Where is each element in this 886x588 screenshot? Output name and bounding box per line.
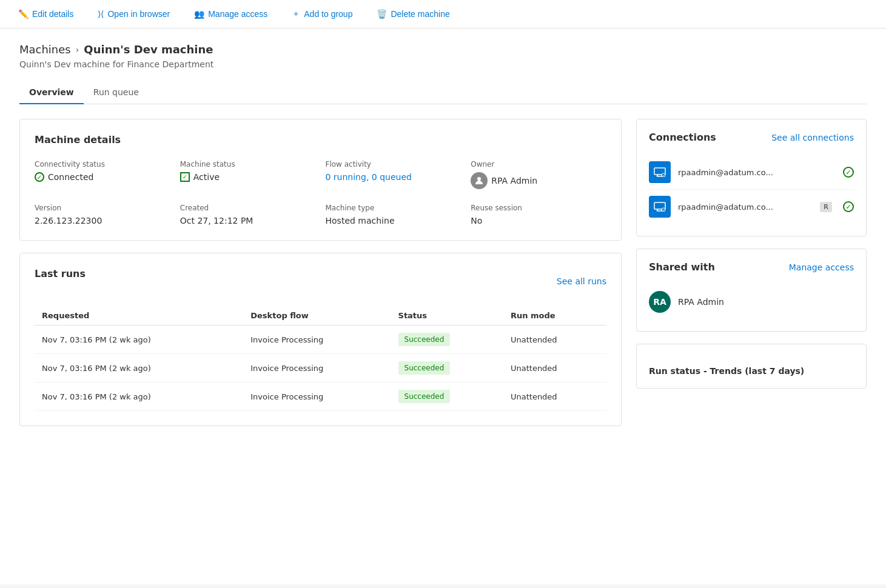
connection-badge: R <box>820 202 832 212</box>
version-value: 2.26.123.22300 <box>35 216 170 226</box>
last-runs-header: Last runs See all runs <box>35 268 606 294</box>
manage-access-button[interactable]: 👥 Manage access <box>190 7 271 21</box>
details-grid: Connectivity status ✓ Connected Machine … <box>35 160 606 226</box>
left-column: Machine details Connectivity status ✓ Co… <box>19 119 622 438</box>
cell-status: Succeeded <box>391 326 503 354</box>
col-run-mode: Run mode <box>503 306 606 326</box>
cell-requested: Nov 7, 03:16 PM (2 wk ago) <box>35 354 243 383</box>
created-label: Created <box>180 204 316 212</box>
owner-avatar <box>471 172 488 189</box>
shared-item: RA RPA Admin <box>649 285 854 319</box>
machine-type-label: Machine type <box>326 204 461 212</box>
owner-label: Owner <box>471 160 606 169</box>
connection-status-icon: ✓ <box>843 201 854 212</box>
reuse-session-item: Reuse session No <box>471 204 606 226</box>
runs-table: Requested Desktop flow Status Run mode N… <box>35 306 606 411</box>
run-status-trends-title: Run status - Trends (last 7 days) <box>649 356 854 376</box>
created-value: Oct 27, 12:12 PM <box>180 216 316 226</box>
machine-status-value: ✓ Active <box>180 172 316 182</box>
tabs: Overview Run queue <box>19 81 867 104</box>
cell-status: Succeeded <box>391 354 503 383</box>
page-content: Machines › Quinn's Dev machine Quinn's D… <box>0 28 886 584</box>
breadcrumb: Machines › Quinn's Dev machine <box>19 43 867 56</box>
connection-item: rpaadmin@adatum.co... R ✓ <box>649 190 854 224</box>
machine-type-value: Hosted machine <box>326 216 461 226</box>
active-icon: ✓ <box>180 172 190 182</box>
main-layout: Machine details Connectivity status ✓ Co… <box>19 119 867 438</box>
flow-activity-label: Flow activity <box>326 160 461 169</box>
flow-activity-value: 0 running, 0 queued <box>326 172 461 182</box>
connectivity-value: ✓ Connected <box>35 172 170 182</box>
version-label: Version <box>35 204 170 212</box>
col-desktop-flow: Desktop flow <box>243 306 391 326</box>
cell-desktop-flow: Invoice Processing <box>243 383 391 411</box>
connection-email: rpaadmin@adatum.co... <box>678 202 813 212</box>
toolbar: ✏️ Edit details ⟩⟨ Open in browser 👥 Man… <box>0 0 886 28</box>
tab-overview[interactable]: Overview <box>19 81 84 104</box>
connection-status-icon: ✓ <box>843 167 854 178</box>
shared-name: RPA Admin <box>678 297 724 307</box>
manage-access-icon: 👥 <box>194 9 204 19</box>
shared-with-title: Shared with <box>649 261 715 273</box>
owner-value: RPA Admin <box>471 172 606 189</box>
connection-machine-icon <box>649 161 671 183</box>
manage-access-link[interactable]: Manage access <box>789 262 854 272</box>
last-runs-title: Last runs <box>35 268 86 279</box>
connections-title: Connections <box>649 132 716 143</box>
svg-point-10 <box>662 208 665 212</box>
shared-avatar: RA <box>649 291 671 313</box>
edit-details-button[interactable]: ✏️ Edit details <box>15 7 77 21</box>
breadcrumb-parent[interactable]: Machines <box>19 43 71 56</box>
add-icon: ＋ <box>292 8 300 19</box>
last-runs-card: Last runs See all runs Requested Desktop… <box>19 253 622 426</box>
delete-icon: 🗑️ <box>377 9 387 19</box>
open-browser-icon: ⟩⟨ <box>98 9 104 19</box>
edit-icon: ✏️ <box>18 9 29 19</box>
breadcrumb-current: Quinn's Dev machine <box>84 43 213 56</box>
col-requested: Requested <box>35 306 243 326</box>
open-in-browser-button[interactable]: ⟩⟨ Open in browser <box>94 7 173 21</box>
breadcrumb-separator: › <box>76 45 79 55</box>
cell-status: Succeeded <box>391 383 503 411</box>
table-row[interactable]: Nov 7, 03:16 PM (2 wk ago) Invoice Proce… <box>35 383 606 411</box>
shared-list: RA RPA Admin <box>649 285 854 319</box>
cell-requested: Nov 7, 03:16 PM (2 wk ago) <box>35 326 243 354</box>
table-row[interactable]: Nov 7, 03:16 PM (2 wk ago) Invoice Proce… <box>35 326 606 354</box>
machine-status-label: Machine status <box>180 160 316 169</box>
cell-run-mode: Unattended <box>503 354 606 383</box>
owner-item: Owner RPA Admin <box>471 160 606 189</box>
connectivity-label: Connectivity status <box>35 160 170 169</box>
shared-with-card: Shared with Manage access RA RPA Admin <box>636 249 867 332</box>
machine-details-title: Machine details <box>35 134 606 145</box>
created-item: Created Oct 27, 12:12 PM <box>180 204 316 226</box>
right-column: Connections See all connections rpaadmin… <box>636 119 867 438</box>
cell-run-mode: Unattended <box>503 383 606 411</box>
connections-list: rpaadmin@adatum.co... ✓ rpaadmin@adatum.… <box>649 155 854 224</box>
see-all-runs-link[interactable]: See all runs <box>557 276 606 286</box>
col-status: Status <box>391 306 503 326</box>
connections-header: Connections See all connections <box>649 132 854 143</box>
connections-card: Connections See all connections rpaadmin… <box>636 119 867 236</box>
see-all-connections-link[interactable]: See all connections <box>771 133 854 142</box>
shared-with-header: Shared with Manage access <box>649 261 854 273</box>
page-subtitle: Quinn's Dev machine for Finance Departme… <box>19 59 867 69</box>
machine-type-item: Machine type Hosted machine <box>326 204 461 226</box>
machine-status-item: Machine status ✓ Active <box>180 160 316 189</box>
svg-point-0 <box>477 177 481 181</box>
machine-details-card: Machine details Connectivity status ✓ Co… <box>19 119 622 241</box>
table-row[interactable]: Nov 7, 03:16 PM (2 wk ago) Invoice Proce… <box>35 354 606 383</box>
connectivity-status-item: Connectivity status ✓ Connected <box>35 160 170 189</box>
delete-machine-button[interactable]: 🗑️ Delete machine <box>373 7 453 21</box>
tab-run-queue[interactable]: Run queue <box>84 81 149 104</box>
svg-point-5 <box>662 173 665 177</box>
flow-activity-item: Flow activity 0 running, 0 queued <box>326 160 461 189</box>
add-to-group-button[interactable]: ＋ Add to group <box>288 6 356 22</box>
connection-machine-icon <box>649 196 671 218</box>
connected-icon: ✓ <box>35 172 44 182</box>
cell-run-mode: Unattended <box>503 326 606 354</box>
reuse-session-label: Reuse session <box>471 204 606 212</box>
cell-requested: Nov 7, 03:16 PM (2 wk ago) <box>35 383 243 411</box>
version-item: Version 2.26.123.22300 <box>35 204 170 226</box>
run-status-trends-card: Run status - Trends (last 7 days) <box>636 344 867 389</box>
connection-item: rpaadmin@adatum.co... ✓ <box>649 155 854 190</box>
